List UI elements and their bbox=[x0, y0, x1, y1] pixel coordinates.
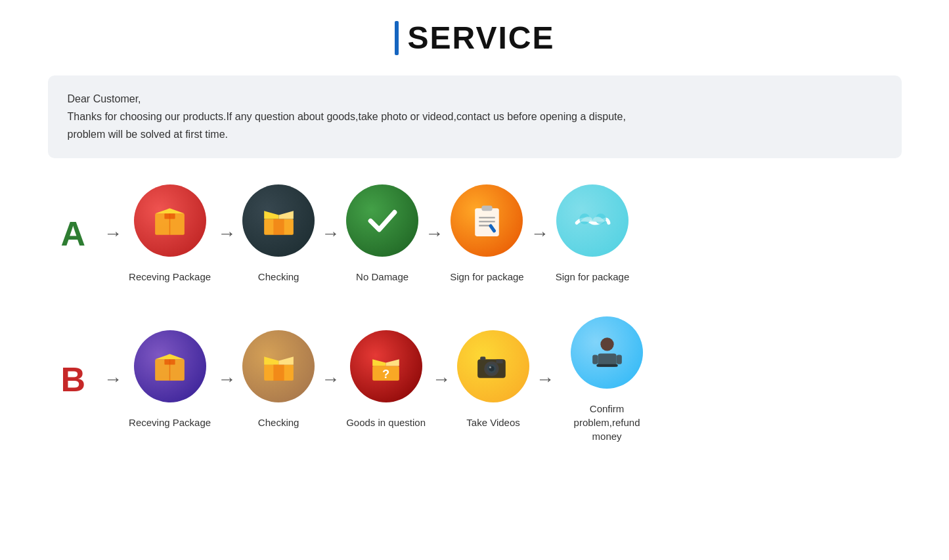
flow-a-icon-2 bbox=[242, 184, 315, 257]
svg-marker-26 bbox=[386, 359, 399, 366]
flow-a-caption-4: Sign for package bbox=[450, 270, 524, 284]
svg-rect-23 bbox=[273, 365, 284, 381]
arrow-b2: → bbox=[321, 369, 340, 390]
flow-b-section: B → Receving Package → bbox=[48, 316, 902, 443]
svg-marker-25 bbox=[372, 359, 386, 366]
svg-rect-37 bbox=[596, 364, 618, 367]
arrow-b3: → bbox=[432, 369, 451, 390]
svg-marker-1 bbox=[155, 208, 185, 213]
page-container: SERVICE Dear Customer, Thanks for choosi… bbox=[22, 0, 928, 496]
svg-point-35 bbox=[600, 337, 613, 351]
svg-marker-17 bbox=[155, 354, 185, 359]
flow-a-step-5: Sign for package bbox=[556, 184, 630, 284]
svg-marker-5 bbox=[264, 211, 278, 219]
svg-rect-7 bbox=[273, 219, 284, 235]
flow-a-icon-5 bbox=[556, 184, 629, 257]
flow-b-step-1: Receving Package bbox=[129, 330, 211, 429]
flow-b-icon-4 bbox=[457, 330, 529, 402]
flow-a-icon-3 bbox=[346, 184, 418, 257]
svg-rect-39 bbox=[616, 355, 621, 364]
svg-rect-34 bbox=[480, 356, 485, 360]
title-row: SERVICE bbox=[48, 20, 902, 56]
flow-a-step-3: No Damage bbox=[346, 184, 418, 284]
title-bar bbox=[395, 21, 399, 55]
svg-rect-33 bbox=[496, 359, 502, 363]
svg-marker-6 bbox=[278, 211, 293, 219]
arrow-b1: → bbox=[217, 369, 236, 390]
flow-a-icon-4 bbox=[451, 184, 523, 257]
flow-b-icon-3: ? bbox=[350, 330, 422, 402]
notice-line3: problem will be solved at first time. bbox=[68, 125, 882, 143]
flow-b-caption-2: Checking bbox=[258, 416, 299, 429]
flow-a-caption-3: No Damage bbox=[356, 270, 408, 284]
flow-a-icon-1 bbox=[134, 184, 206, 257]
flow-a-caption-5: Sign for package bbox=[556, 270, 630, 284]
arrow-a0: → bbox=[104, 223, 122, 244]
flow-a-section: A → Receving Package → bbox=[48, 184, 902, 284]
flow-b-step-2: Checking bbox=[242, 330, 315, 429]
notice-line2: Thanks for choosing our products.If any … bbox=[68, 108, 882, 125]
flow-b-caption-4: Take Videos bbox=[466, 416, 519, 429]
flow-b-label: B bbox=[61, 362, 86, 397]
flow-b-step-3: ? Goods in question bbox=[346, 330, 426, 429]
arrow-b0: → bbox=[104, 369, 122, 390]
flow-b-icon-1 bbox=[134, 330, 206, 402]
svg-point-32 bbox=[489, 366, 491, 368]
notice-box: Dear Customer, Thanks for choosing our p… bbox=[48, 75, 902, 158]
svg-rect-9 bbox=[481, 205, 492, 211]
svg-marker-22 bbox=[278, 356, 293, 364]
page-title: SERVICE bbox=[408, 20, 555, 56]
flow-a-caption-1: Receving Package bbox=[129, 270, 211, 284]
arrow-a2: → bbox=[321, 223, 340, 244]
flow-a-step-2: Checking bbox=[242, 184, 315, 284]
flow-a-step-1: Receving Package bbox=[129, 184, 211, 284]
svg-text:?: ? bbox=[382, 367, 389, 381]
flow-b-caption-1: Receving Package bbox=[129, 416, 211, 429]
flow-b-icon-2 bbox=[242, 330, 315, 402]
flow-a-row: A → Receving Package → bbox=[48, 184, 902, 284]
flow-b-step-4: Take Videos bbox=[457, 330, 529, 429]
notice-line1: Dear Customer, bbox=[68, 90, 882, 108]
flow-a-step-4: Sign for package bbox=[450, 184, 524, 284]
flow-b-icon-5 bbox=[571, 316, 643, 389]
flow-b-caption-5: Confirm problem,refund money bbox=[561, 402, 653, 443]
arrow-a4: → bbox=[531, 223, 549, 244]
svg-rect-38 bbox=[592, 355, 598, 364]
arrow-a1: → bbox=[217, 223, 236, 244]
flow-a-label: A bbox=[61, 217, 86, 251]
svg-marker-21 bbox=[264, 356, 278, 364]
arrow-b4: → bbox=[536, 369, 554, 390]
flow-a-caption-2: Checking bbox=[258, 270, 299, 284]
flow-b-row: B → Receving Package → bbox=[48, 316, 902, 443]
flow-b-caption-3: Goods in question bbox=[346, 416, 426, 429]
arrow-a3: → bbox=[425, 223, 443, 244]
flow-b-step-5: Confirm problem,refund money bbox=[561, 316, 653, 443]
